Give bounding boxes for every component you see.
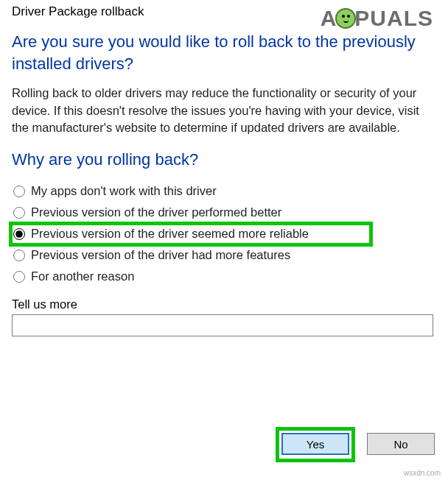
reason-heading: Why are you rolling back? [12, 149, 436, 171]
appuals-logo: A PUALS [321, 6, 433, 31]
radio-input[interactable] [13, 228, 25, 240]
reason-performed-better[interactable]: Previous version of the driver performed… [12, 202, 436, 223]
confirm-heading: Are you sure you would like to roll back… [12, 31, 436, 74]
source-watermark: wsxdn.com [404, 469, 441, 477]
radio-input[interactable] [13, 186, 25, 197]
radio-label: Previous version of the driver performed… [31, 205, 281, 219]
radio-label: Previous version of the driver had more … [31, 248, 290, 262]
no-button[interactable]: No [367, 433, 435, 455]
reason-apps-dont-work[interactable]: My apps don't work with this driver [12, 180, 436, 202]
radio-label: For another reason [31, 269, 134, 283]
reason-radio-group: My apps don't work with this driver Prev… [12, 180, 436, 287]
tellmore-input[interactable] [12, 314, 433, 336]
logo-text-pre: A [321, 6, 337, 31]
tellmore-label: Tell us more [12, 297, 436, 311]
radio-label: Previous version of the driver seemed mo… [31, 227, 309, 241]
radio-label: My apps don't work with this driver [31, 184, 217, 198]
dialog-button-row: Yes No [277, 428, 435, 459]
radio-input[interactable] [13, 250, 25, 261]
logo-text-post: PUALS [354, 6, 433, 31]
yes-button[interactable]: Yes [281, 433, 349, 455]
logo-face-icon [335, 8, 356, 29]
reason-more-features[interactable]: Previous version of the driver had more … [12, 244, 436, 266]
rollback-description: Rolling back to older drivers may reduce… [12, 85, 436, 136]
radio-input[interactable] [13, 207, 25, 219]
reason-more-reliable[interactable]: Previous version of the driver seemed mo… [12, 223, 436, 244]
radio-input[interactable] [13, 271, 25, 283]
reason-another[interactable]: For another reason [12, 266, 436, 287]
